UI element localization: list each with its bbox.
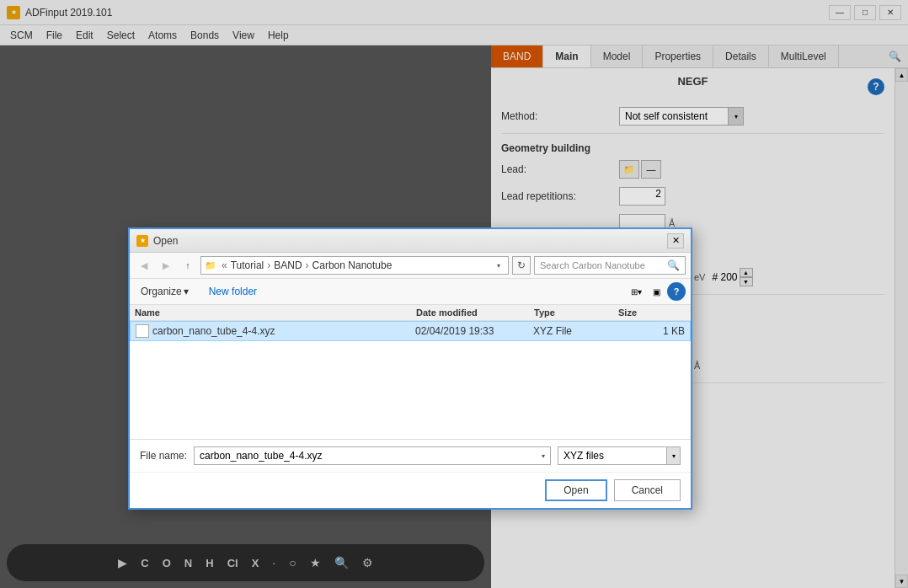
dot-tool[interactable]: ·	[272, 556, 275, 569]
path-tutorial[interactable]: Tutorial	[231, 259, 264, 271]
bottom-toolbar: ▶ C O N H Cl X · ○ ★ 🔍 ⚙	[7, 544, 484, 581]
lead-repetitions-row: Lead repetitions: 2	[501, 186, 884, 206]
spin-down-btn[interactable]: ▼	[740, 277, 753, 286]
file-icon	[136, 324, 149, 338]
dialog-icon: ★	[136, 235, 148, 247]
right-scrollbar[interactable]: ▲ ▼	[895, 68, 908, 588]
file-type: XYZ File	[533, 325, 617, 337]
close-button[interactable]: ✕	[879, 5, 901, 20]
help-button[interactable]: ?	[868, 78, 884, 95]
up-button[interactable]: ↑	[179, 257, 197, 274]
method-select[interactable]: Not self consistent	[619, 107, 729, 126]
col-header-type: Type	[534, 307, 618, 318]
dialog-help-button[interactable]: ?	[667, 282, 686, 301]
carbon-tool[interactable]: C	[141, 557, 148, 569]
oxygen-tool[interactable]: O	[163, 557, 171, 569]
panel-title: NEGF	[677, 75, 708, 88]
menu-select[interactable]: Select	[100, 28, 142, 43]
file-list-header: Name Date modified Type Size	[130, 305, 691, 321]
tab-properties[interactable]: Properties	[643, 45, 713, 67]
method-field: Not self consistent ▾	[619, 107, 884, 126]
app-icon: ★	[7, 6, 20, 19]
path-bar: 📁 « Tutorial › BAND › Carbon Nanotube ▾	[200, 256, 509, 275]
lead-folder-btn[interactable]: 📁	[619, 160, 639, 179]
maximize-button[interactable]: □	[854, 5, 876, 20]
scroll-up-arrow[interactable]: ▲	[895, 68, 908, 82]
filename-bar: File name: carbon_nano_tube_4-4.xyz ▾ XY…	[130, 440, 691, 473]
x-tool[interactable]: X	[252, 557, 259, 569]
file-date: 02/04/2019 19:33	[415, 325, 533, 337]
filename-dropdown[interactable]: ▾	[542, 452, 545, 460]
view-preview-button[interactable]: ▣	[647, 282, 665, 301]
lead-repetitions-input[interactable]: 2	[619, 187, 665, 206]
lead-repetitions-label: Lead repetitions:	[501, 190, 619, 202]
file-row[interactable]: carbon_nano_tube_4-4.xyz 02/04/2019 19:3…	[130, 321, 691, 341]
path-dropdown[interactable]: ▾	[493, 262, 505, 270]
settings-tool[interactable]: ⚙	[362, 556, 373, 569]
menu-view[interactable]: View	[226, 28, 261, 43]
lead-label: Lead:	[501, 163, 619, 175]
method-select-arrow[interactable]: ▾	[729, 107, 744, 126]
tab-main[interactable]: Main	[543, 45, 590, 67]
spin-up-btn[interactable]: ▲	[740, 268, 753, 277]
search-placeholder: Search Carbon Nanotube	[540, 260, 645, 270]
menu-bonds[interactable]: Bonds	[184, 28, 226, 43]
xrange-unit: Å	[694, 361, 700, 371]
scroll-down-arrow[interactable]: ▼	[895, 575, 908, 588]
dialog-title-bar: ★ Open ✕	[130, 229, 691, 253]
app-title: ADFinput 2019.101	[25, 7, 829, 19]
lead-minus-btn[interactable]: —	[641, 160, 661, 179]
dialog-title: Open	[153, 235, 667, 247]
search-icon[interactable]: 🔍	[667, 259, 680, 271]
method-label: Method:	[501, 110, 619, 122]
dialog-footer: Open Cancel	[130, 473, 691, 508]
geometry-section-title: Geometry building	[501, 142, 884, 154]
view-list-button[interactable]: ⊞▾	[627, 282, 645, 301]
menu-bar: SCM File Edit Select Atoms Bonds View He…	[0, 25, 908, 45]
back-button[interactable]: ◀	[135, 257, 153, 274]
cursor-tool[interactable]: ▶	[118, 556, 127, 569]
hydrogen-tool[interactable]: H	[206, 557, 213, 569]
nitrogen-tool[interactable]: N	[184, 557, 192, 569]
chlorine-tool[interactable]: Cl	[227, 557, 238, 569]
file-list: Name Date modified Type Size carbon_nano…	[130, 305, 691, 440]
cancel-button[interactable]: Cancel	[614, 479, 681, 501]
file-name: carbon_nano_tube_4-4.xyz	[152, 325, 415, 337]
tab-details[interactable]: Details	[713, 45, 769, 67]
organize-button[interactable]: Organize ▾	[135, 283, 195, 300]
open-button[interactable]: Open	[545, 479, 606, 501]
refresh-button[interactable]: ↻	[512, 256, 531, 275]
tab-multilevel[interactable]: MultiLevel	[769, 45, 839, 67]
open-dialog: ★ Open ✕ ◀ ▶ ↑ 📁 « Tutorial › BAND › Car…	[128, 227, 692, 510]
menu-edit[interactable]: Edit	[69, 28, 100, 43]
menu-help[interactable]: Help	[261, 28, 296, 43]
forward-button[interactable]: ▶	[157, 257, 175, 274]
file-toolbar: Organize ▾ New folder ⊞▾ ▣ ?	[130, 279, 691, 305]
menu-scm[interactable]: SCM	[3, 28, 40, 43]
filetype-select[interactable]: XYZ files	[558, 446, 667, 465]
star-tool[interactable]: ★	[310, 556, 321, 569]
tab-band[interactable]: BAND	[491, 45, 543, 67]
col-header-date: Date modified	[416, 307, 534, 318]
tab-model[interactable]: Model	[591, 45, 644, 67]
tab-bar: BAND Main Model Properties Details Multi…	[491, 45, 908, 68]
path-carbon-nanotube[interactable]: Carbon Nanotube	[312, 259, 393, 271]
dialog-close-button[interactable]: ✕	[667, 233, 684, 249]
lead-field: 📁 —	[619, 160, 884, 179]
search-tool[interactable]: 🔍	[334, 556, 349, 569]
minimize-button[interactable]: —	[829, 5, 851, 20]
col-header-name: Name	[135, 307, 416, 318]
menu-atoms[interactable]: Atoms	[142, 28, 184, 43]
menu-file[interactable]: File	[40, 28, 69, 43]
circle-tool[interactable]: ○	[289, 556, 296, 569]
file-nav: ◀ ▶ ↑ 📁 « Tutorial › BAND › Carbon Nanot…	[130, 253, 691, 279]
title-bar: ★ ADFinput 2019.101 — □ ✕	[0, 0, 908, 25]
filetype-arrow[interactable]: ▾	[667, 446, 681, 465]
filename-input[interactable]: carbon_nano_tube_4-4.xyz ▾	[194, 446, 551, 465]
lead-row: Lead: 📁 —	[501, 159, 884, 179]
new-folder-button[interactable]: New folder	[201, 283, 264, 300]
path-band[interactable]: BAND	[274, 259, 302, 271]
view-controls: ⊞▾ ▣ ?	[627, 282, 686, 301]
search-button[interactable]: 🔍	[882, 47, 908, 66]
filetype-selector: XYZ files ▾	[558, 446, 681, 465]
